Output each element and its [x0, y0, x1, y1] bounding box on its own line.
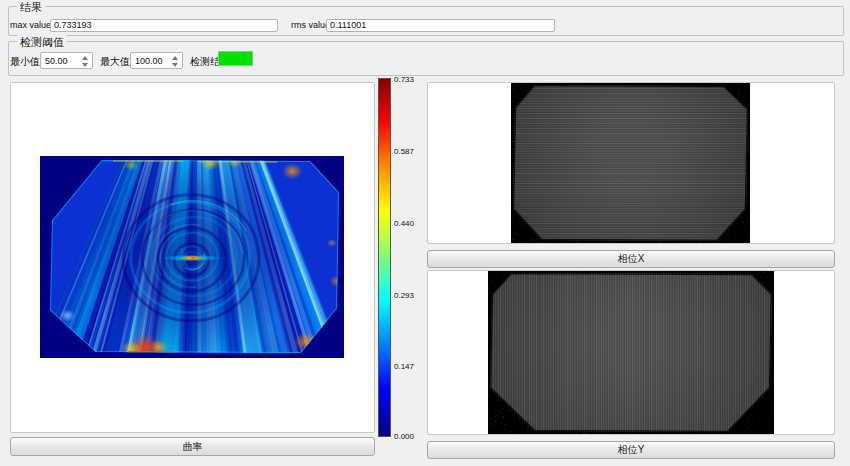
curvature-button-label: 曲率	[183, 440, 203, 454]
phase-x-button-label: 相位X	[618, 252, 645, 266]
threshold-group-title: 检测阈值	[17, 35, 67, 50]
rms-value-label: rms value	[291, 20, 330, 30]
max-threshold-value: 100.00	[135, 56, 163, 66]
results-group-title: 结果	[17, 0, 45, 15]
detection-result-swatch	[218, 51, 253, 66]
inspection-app-window: { "results_group": { "title": "结果", "max…	[0, 0, 850, 466]
spinner-arrows	[81, 55, 89, 67]
min-threshold-spinner[interactable]: 50.00	[40, 52, 93, 69]
colorbar-tick: 0.440	[394, 219, 414, 228]
spin-down-icon[interactable]	[82, 63, 88, 67]
max-value-label: max value	[10, 20, 51, 30]
max-threshold-label: 最大值	[100, 55, 130, 69]
max-value-field[interactable]	[50, 19, 278, 32]
min-threshold-label: 最小值	[10, 55, 40, 69]
colorbar-tick: 0.293	[394, 291, 414, 300]
colorbar-tick: 0.587	[394, 147, 414, 156]
phase-x-button[interactable]: 相位X	[427, 250, 835, 268]
colorbar	[378, 78, 391, 437]
min-threshold-value: 50.00	[45, 56, 68, 66]
curvature-button[interactable]: 曲率	[10, 437, 375, 456]
spin-down-icon[interactable]	[172, 63, 178, 67]
phase-y-image	[488, 271, 774, 434]
spinner-arrows	[171, 55, 179, 67]
phase-x-image	[511, 83, 750, 243]
colorbar-tick: 0.000	[394, 432, 414, 441]
rms-value-field[interactable]	[326, 19, 555, 32]
spin-up-icon[interactable]	[82, 56, 88, 60]
colorbar-tick: 0.733	[394, 75, 414, 84]
max-threshold-spinner[interactable]: 100.00	[130, 52, 183, 69]
spin-up-icon[interactable]	[172, 56, 178, 60]
curvature-heatmap-image	[40, 156, 344, 358]
colorbar-tick: 0.147	[394, 362, 414, 371]
phase-y-button[interactable]: 相位Y	[427, 441, 835, 459]
phase-y-button-label: 相位Y	[618, 443, 645, 457]
